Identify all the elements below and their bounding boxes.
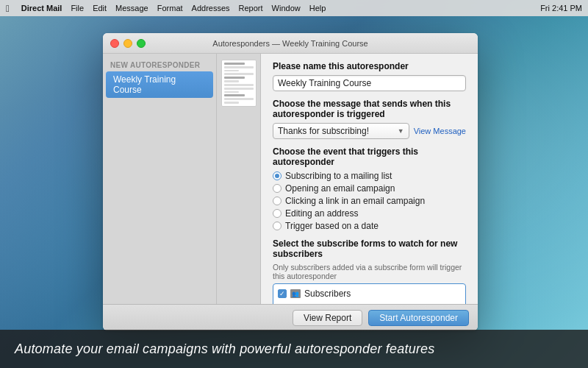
bottom-bar: View Report Start Autoresponder bbox=[103, 304, 478, 330]
sidebar-item-label: Weekly Training Course bbox=[113, 74, 206, 95]
menu-file[interactable]: File bbox=[71, 4, 84, 13]
radio-unchecked-icon bbox=[273, 209, 282, 218]
event-radio-group: Subscribing to a mailing list Opening an… bbox=[273, 171, 466, 231]
traffic-lights bbox=[110, 39, 146, 48]
sidebar-item-weekly-training[interactable]: Weekly Training Course bbox=[106, 71, 213, 98]
menu-addresses[interactable]: Addresses bbox=[192, 4, 230, 13]
thumb-line-8 bbox=[224, 88, 254, 90]
menu-format[interactable]: Format bbox=[157, 4, 183, 13]
thumb-line-1 bbox=[224, 63, 245, 65]
titlebar: Autoresponders — Weekly Training Course bbox=[103, 33, 478, 54]
email-preview-thumb bbox=[221, 60, 257, 107]
maximize-button[interactable] bbox=[137, 39, 146, 48]
event-option-2[interactable]: Clicking a link in an email campaign bbox=[273, 196, 466, 206]
view-message-link[interactable]: View Message bbox=[414, 127, 466, 135]
thumb-line-2 bbox=[224, 66, 254, 68]
message-field-label: Choose the message that sends when this … bbox=[273, 99, 466, 119]
radio-unchecked-icon bbox=[273, 197, 282, 205]
event-option-1[interactable]: Opening an email campaign bbox=[273, 183, 466, 194]
subscribers-icon: 👥 bbox=[290, 289, 301, 298]
close-button[interactable] bbox=[110, 39, 119, 48]
name-field-label: Please name this autoresponder bbox=[273, 61, 466, 71]
message-row: Thanks for subscribing! ▼ View Message bbox=[273, 123, 466, 139]
apple-icon[interactable]:  bbox=[6, 3, 10, 14]
view-report-button[interactable]: View Report bbox=[293, 310, 362, 326]
sidebar: New Autoresponder Weekly Training Course bbox=[103, 54, 217, 304]
checkbox-checked-icon bbox=[278, 289, 287, 298]
thumb-line-5 bbox=[224, 77, 245, 79]
clock: Fri 2:41 PM bbox=[540, 4, 582, 13]
event-option-1-label: Opening an email campaign bbox=[285, 183, 395, 194]
radio-checked-icon bbox=[273, 171, 282, 180]
radio-unchecked-icon bbox=[273, 222, 282, 230]
subscribe-forms-label: Select the subscribe forms to watch for … bbox=[273, 238, 466, 259]
menubar-left:  Direct Mail File Edit Message Format A… bbox=[6, 3, 326, 14]
event-option-0[interactable]: Subscribing to a mailing list bbox=[273, 171, 466, 181]
menu-edit[interactable]: Edit bbox=[93, 4, 107, 13]
event-option-3-label: Editing an address bbox=[285, 208, 358, 219]
autoresponder-name-input[interactable] bbox=[273, 75, 466, 91]
chevron-down-icon: ▼ bbox=[398, 127, 404, 135]
window-body: New Autoresponder Weekly Training Course bbox=[103, 54, 478, 304]
menubar:  Direct Mail File Edit Message Format A… bbox=[0, 0, 588, 16]
menu-message[interactable]: Message bbox=[115, 4, 148, 13]
app-name[interactable]: Direct Mail bbox=[21, 4, 62, 13]
radio-unchecked-icon bbox=[273, 184, 282, 193]
subscribe-form-label-0: Subscribers bbox=[304, 289, 351, 299]
app-window: Autoresponders — Weekly Training Course … bbox=[103, 33, 478, 330]
event-option-2-label: Clicking a link in an email campaign bbox=[285, 196, 425, 206]
caption-bar: Automate your email campaigns with power… bbox=[0, 330, 588, 368]
event-option-4[interactable]: Trigger based on a date bbox=[273, 221, 466, 231]
thumb-line-11 bbox=[224, 98, 254, 100]
thumb-line-10 bbox=[224, 94, 245, 96]
subscribe-forms-sublabel: Only subscribers added via a subscribe f… bbox=[273, 263, 466, 280]
event-field-label: Choose the event that triggers this auto… bbox=[273, 146, 466, 167]
caption-text: Automate your email campaigns with power… bbox=[15, 342, 435, 357]
thumb-line-3 bbox=[224, 70, 239, 72]
menu-window[interactable]: Window bbox=[272, 4, 301, 13]
minimize-button[interactable] bbox=[123, 39, 132, 48]
main-content: Please name this autoresponder Choose th… bbox=[261, 54, 478, 304]
thumb-line-6 bbox=[224, 80, 239, 82]
thumb-line-12 bbox=[224, 102, 239, 104]
start-autoresponder-button[interactable]: Start Autoresponder bbox=[368, 310, 469, 326]
menubar-right: Fri 2:41 PM bbox=[540, 4, 582, 13]
event-option-3[interactable]: Editing an address bbox=[273, 208, 466, 219]
menu-help[interactable]: Help bbox=[309, 4, 326, 13]
thumb-line-7 bbox=[224, 84, 254, 86]
message-select[interactable]: Thanks for subscribing! ▼ bbox=[273, 123, 409, 139]
event-option-0-label: Subscribing to a mailing list bbox=[285, 171, 392, 181]
subscribe-form-item-0[interactable]: 👥 Subscribers bbox=[278, 289, 461, 299]
message-select-value: Thanks for subscribing! bbox=[278, 126, 369, 136]
event-option-4-label: Trigger based on a date bbox=[285, 221, 379, 231]
subscribe-forms-box[interactable]: 👥 Subscribers bbox=[273, 283, 466, 304]
sidebar-section-label: New Autoresponder bbox=[103, 57, 216, 71]
menu-report[interactable]: Report bbox=[239, 4, 263, 13]
thumb-line-4 bbox=[224, 73, 254, 75]
preview-pane bbox=[217, 54, 261, 304]
thumb-line-9 bbox=[224, 91, 239, 93]
window-title: Autoresponders — Weekly Training Course bbox=[212, 39, 368, 48]
